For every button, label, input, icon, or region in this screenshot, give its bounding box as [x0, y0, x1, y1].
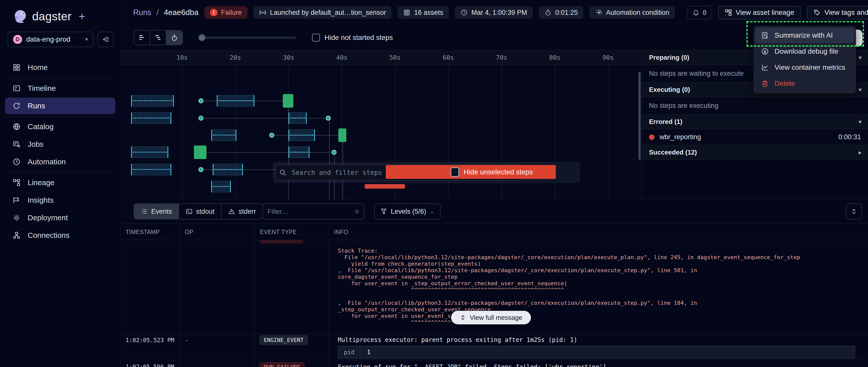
- menu-item-view-container-metrics[interactable]: View container metrics: [755, 60, 854, 75]
- step-bar-not-started[interactable]: [288, 146, 309, 158]
- step-bar-not-started[interactable]: [217, 95, 254, 107]
- step-bar-succeeded[interactable]: [194, 145, 207, 159]
- step-bar-not-started[interactable]: [211, 129, 236, 141]
- col-event-type: EVENT TYPE: [260, 229, 297, 236]
- step-marker[interactable]: [198, 98, 204, 103]
- view-tags-config-label: View tags and config: [824, 8, 868, 16]
- tab-stdout[interactable]: stdout: [179, 204, 222, 219]
- clear-filter-icon[interactable]: [354, 208, 359, 215]
- gantt-vertical-scrollbar[interactable]: [639, 72, 641, 160]
- breadcrumb-runs-link[interactable]: Runs: [133, 8, 151, 17]
- hide-not-started-checkbox[interactable]: Hide not started steps: [312, 34, 393, 42]
- caret-down-icon: ▾: [859, 119, 862, 125]
- gantt-step-toolbar: Hide unselected steps: [273, 162, 580, 183]
- collapse-sidebar-button[interactable]: [97, 32, 114, 47]
- step-bar-not-started[interactable]: [288, 129, 315, 141]
- axis-tick-label: 90s: [602, 54, 614, 61]
- stack-trace-line: _step_output_error_checked_user_event_se…: [338, 306, 800, 313]
- axis-tick-label: 50s: [389, 54, 401, 61]
- sort-order-button[interactable]: [846, 203, 862, 220]
- step-marker[interactable]: [198, 167, 204, 172]
- stack-trace-line: ^^^^^^^^^^^^^^^^^^^^^^^^^^^^^^^^^^^^^^^^…: [338, 287, 800, 293]
- collapse-icon: [102, 36, 109, 43]
- sidebar-item-catalog[interactable]: Catalog: [5, 119, 115, 135]
- step-bar-not-started[interactable]: [131, 95, 174, 107]
- sidebar-item-runs[interactable]: Runs: [5, 98, 115, 114]
- checkbox-unchecked[interactable]: [312, 34, 320, 42]
- sidebar-item-label: Runs: [28, 102, 45, 110]
- step-marker[interactable]: [269, 133, 274, 138]
- panel-section-errored[interactable]: Errored (1)▾: [642, 114, 868, 129]
- hide-unselected-checkbox[interactable]: [451, 167, 459, 177]
- gantt-timed-view-button[interactable]: [166, 31, 182, 45]
- dependency-line[interactable]: [200, 152, 334, 153]
- hide-not-started-label: Hide not started steps: [324, 34, 393, 42]
- gantt-zoom-slider[interactable]: [199, 36, 297, 39]
- tab-events[interactable]: Events: [134, 204, 179, 219]
- terminal-icon: [186, 208, 193, 215]
- sidebar-item-home[interactable]: Home: [5, 59, 115, 76]
- sidebar-item-deployment[interactable]: Deployment: [5, 209, 115, 226]
- section-title: Errored (1): [649, 118, 682, 126]
- sidebar-item-label: Catalog: [28, 123, 54, 131]
- menu-item-download-debug-file[interactable]: Download debug file: [755, 44, 854, 59]
- dagster-app: dagster + D data-eng-prod ▾ HomeTimeline…: [0, 0, 868, 367]
- error-dot-icon: [649, 134, 654, 140]
- axis-tick-label: 80s: [549, 54, 560, 61]
- step-bar-not-started[interactable]: [288, 112, 307, 124]
- menu-item-summarize-with-ai[interactable]: Summarize with AI: [755, 28, 854, 43]
- sidebar-item-jobs[interactable]: Jobs: [5, 136, 115, 153]
- logo-wordmark: dagster: [32, 9, 71, 23]
- view-asset-lineage-button[interactable]: View asset lineage: [718, 6, 801, 19]
- tab-stderr[interactable]: stderr: [221, 204, 262, 219]
- home-icon: [12, 63, 21, 72]
- sidebar-item-connections[interactable]: Connections: [5, 227, 115, 243]
- step-marker[interactable]: [326, 115, 331, 121]
- axis-tick-label: 60s: [442, 54, 454, 61]
- errored-step-row[interactable]: wbr_reporting0:00:31: [642, 129, 868, 145]
- gantt-waterfall-view-button[interactable]: [150, 31, 166, 45]
- gantt-flat-view-button[interactable]: [134, 31, 150, 45]
- grid-icon: [403, 9, 411, 16]
- workspace-switcher[interactable]: D data-eng-prod ▾: [7, 32, 93, 47]
- step-bar-not-started[interactable]: [213, 164, 243, 175]
- breadcrumb: Runs / 4eae6dba: [133, 8, 198, 17]
- levels-dropdown[interactable]: Levels (5/6) ⌄: [374, 203, 440, 220]
- dependency-line[interactable]: [329, 118, 330, 199]
- flat-list-icon: [138, 34, 146, 41]
- dependency-line[interactable]: [201, 118, 328, 119]
- step-bar-not-started[interactable]: [211, 181, 231, 192]
- event-filter-input[interactable]: [268, 208, 352, 215]
- view-full-message-button[interactable]: View full message: [451, 311, 531, 324]
- step-bar-not-started[interactable]: [131, 146, 168, 158]
- stack-trace-line: Stack Trace:: [338, 247, 800, 254]
- panel-section-succeeded[interactable]: Succeeded (12)▸: [642, 145, 868, 160]
- step-bar-not-started[interactable]: [131, 164, 171, 175]
- axis-tick-label: 10s: [176, 54, 188, 61]
- step-bar-succeeded[interactable]: [338, 128, 346, 142]
- event-op: -: [185, 364, 188, 367]
- step-marker[interactable]: [332, 150, 337, 155]
- gridline: [608, 65, 608, 199]
- sidebar-item-automation[interactable]: Automation: [5, 154, 115, 170]
- bell-icon: [692, 9, 700, 16]
- notifications-button[interactable]: 0: [687, 6, 712, 19]
- sidebar-divider: [6, 172, 114, 172]
- menu-item-delete[interactable]: Delete: [755, 76, 854, 91]
- stack-trace-line: ^^^^^^^^^^^^^^^^^^^: [338, 319, 800, 326]
- sidebar-item-lineage[interactable]: Lineage: [5, 174, 115, 191]
- step-bar-not-started[interactable]: [131, 112, 171, 124]
- slider-thumb[interactable]: [198, 34, 206, 41]
- view-tags-config-button[interactable]: View tags and config: [807, 6, 868, 19]
- chevron-down-icon: ⌄: [430, 208, 434, 215]
- trash-icon: [761, 79, 769, 88]
- run-pill-autocond: Automation condition: [589, 6, 675, 19]
- step-bar-failed[interactable]: [365, 184, 405, 189]
- tab-label: stderr: [239, 208, 256, 215]
- step-marker[interactable]: [198, 115, 204, 121]
- step-bar-succeeded[interactable]: [283, 94, 293, 108]
- sidebar-item-timeline[interactable]: Timeline: [5, 80, 115, 97]
- sidebar-item-insights[interactable]: Insights: [5, 192, 115, 208]
- stack-trace-line: File "/usr/local/lib/python3.12/site-pac…: [338, 254, 800, 261]
- runs-icon: [12, 101, 21, 110]
